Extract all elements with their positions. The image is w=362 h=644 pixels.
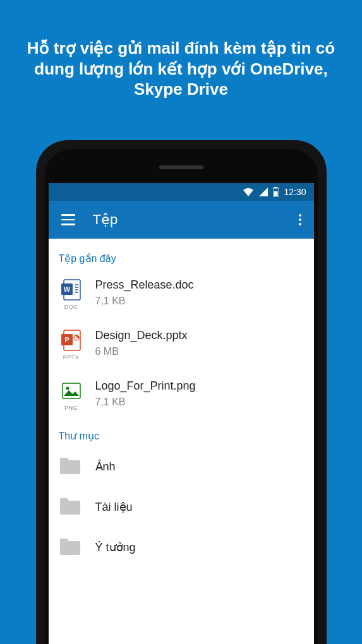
- file-size: 7,1 KB: [95, 397, 196, 408]
- svg-rect-14: [63, 383, 80, 398]
- folder-icon: [59, 537, 84, 558]
- folder-name: Ý tưởng: [95, 540, 136, 554]
- phone-screen: 12:30 Tệp Tệp gần đây W DOC: [49, 183, 314, 644]
- folders-header: Thư mục: [59, 430, 304, 442]
- phone-speaker: [159, 165, 203, 169]
- file-name: Logo_For_Print.png: [95, 379, 196, 393]
- promo-headline: Hỗ trợ việc gửi mail đính kèm tập tin có…: [0, 0, 362, 100]
- app-bar: Tệp: [49, 201, 314, 239]
- file-size: 6 MB: [95, 346, 188, 357]
- menu-icon[interactable]: [57, 210, 79, 229]
- overflow-menu-icon[interactable]: [295, 210, 305, 229]
- status-bar: 12:30: [49, 183, 314, 201]
- powerpoint-icon: P PPTX: [59, 329, 84, 361]
- wifi-icon: [243, 188, 254, 196]
- folder-icon: [59, 496, 84, 518]
- folder-name: Ảnh: [95, 460, 116, 474]
- word-doc-icon: W DOC: [59, 278, 84, 310]
- svg-point-15: [66, 387, 69, 390]
- file-ext-label: PNG: [59, 405, 84, 411]
- file-size: 7,1 KB: [95, 295, 194, 307]
- file-item[interactable]: P PPTX Design_Deck.pptx 6 MB: [59, 329, 304, 361]
- file-name: Press_Release.doc: [95, 278, 194, 292]
- status-time: 12:30: [284, 187, 306, 197]
- folder-icon: [59, 456, 84, 477]
- svg-text:W: W: [63, 285, 70, 293]
- svg-text:P: P: [64, 336, 69, 343]
- folder-item[interactable]: Ảnh: [59, 456, 304, 477]
- file-ext-label: DOC: [59, 304, 84, 310]
- file-name: Design_Deck.pptx: [95, 329, 188, 342]
- folder-name: Tài liệu: [95, 500, 133, 514]
- folder-item[interactable]: Tài liệu: [59, 496, 304, 518]
- file-item[interactable]: W DOC Press_Release.doc 7,1 KB: [59, 278, 304, 310]
- battery-icon: [273, 187, 279, 197]
- appbar-title: Tệp: [93, 212, 118, 228]
- phone-frame: 12:30 Tệp Tệp gần đây W DOC: [36, 140, 327, 644]
- file-ext-label: PPTX: [59, 354, 84, 361]
- file-item[interactable]: PNG Logo_For_Print.png 7,1 KB: [59, 379, 304, 411]
- image-file-icon: PNG: [59, 379, 84, 411]
- svg-rect-2: [274, 191, 278, 196]
- recent-files-header: Tệp gần đây: [59, 253, 304, 265]
- content-area: Tệp gần đây W DOC Press_Release.doc 7,1 …: [49, 239, 314, 558]
- folder-item[interactable]: Ý tưởng: [59, 537, 304, 558]
- signal-icon: [259, 188, 268, 196]
